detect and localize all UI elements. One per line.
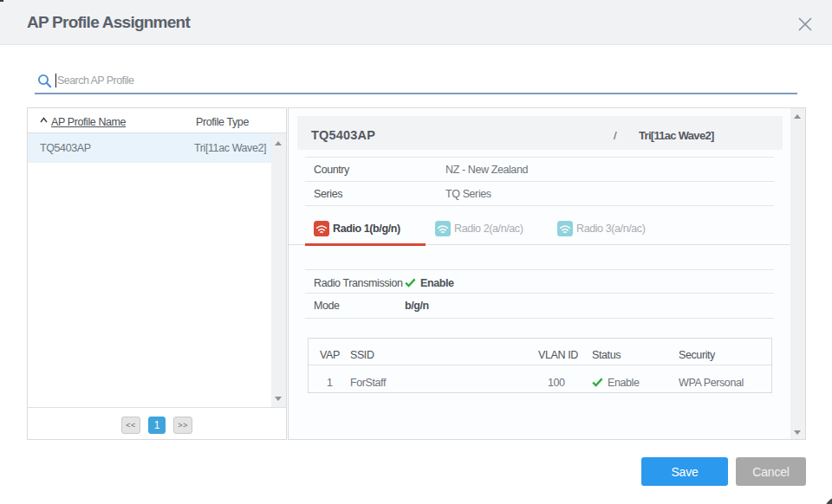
- wifi-icon-red: [314, 221, 329, 236]
- vap-cell: 1: [327, 365, 333, 401]
- detail-title-bar: TQ5403AP / Tri[11ac Wave2]: [297, 116, 783, 150]
- country-value: NZ - New Zealand: [445, 164, 528, 176]
- profile-type-cell: Tri[11ac Wave2]: [194, 133, 266, 163]
- profile-list: TQ5403AP Tri[11ac Wave2]: [28, 133, 271, 407]
- profile-list-panel: AP Profile Name Profile Type TQ5403AP Tr…: [27, 107, 287, 440]
- pagination: << 1 >>: [28, 407, 286, 439]
- profile-row-selected[interactable]: TQ5403AP Tri[11ac Wave2]: [28, 133, 271, 163]
- detail-separator: /: [614, 116, 616, 155]
- tab-radio-3-label: Radio 3(a/n/ac): [576, 221, 645, 237]
- pagination-prev-button[interactable]: <<: [121, 417, 140, 434]
- security-cell: WPA Personal: [679, 365, 744, 401]
- column-profile-type[interactable]: Profile Type: [196, 110, 249, 134]
- mode-value: b/g/n: [405, 300, 429, 312]
- pagination-page-1-button[interactable]: 1: [148, 417, 166, 434]
- screen-corner-artifact: [0, 0, 3, 2]
- profile-list-header: AP Profile Name Profile Type: [28, 108, 286, 133]
- search-icon: [37, 74, 52, 88]
- profile-detail-panel: TQ5403AP / Tri[11ac Wave2] Country NZ - …: [288, 107, 806, 440]
- check-icon: [405, 278, 416, 288]
- text-caret: [55, 74, 57, 87]
- profile-list-scrollbar[interactable]: [271, 133, 286, 407]
- column-ap-profile-name[interactable]: AP Profile Name: [51, 110, 126, 134]
- close-icon: [794, 13, 816, 36]
- divider: [305, 318, 774, 319]
- active-tab-underline: [305, 243, 426, 246]
- search-bar: [35, 70, 797, 94]
- scroll-up-icon[interactable]: [794, 114, 801, 119]
- radio-transmission-label: Radio Transmission: [314, 277, 403, 289]
- check-icon: [592, 378, 603, 387]
- save-button[interactable]: Save: [641, 457, 728, 486]
- mode-label: Mode: [314, 300, 340, 312]
- radio-transmission-value: Enable: [405, 277, 454, 289]
- divider: [305, 181, 774, 182]
- sort-ascending-icon[interactable]: [40, 117, 48, 123]
- scroll-down-icon[interactable]: [275, 397, 282, 401]
- detail-scrollbar[interactable]: [790, 108, 805, 439]
- detail-profile-type: Tri[11ac Wave2]: [639, 116, 714, 155]
- wifi-icon-teal: [435, 221, 451, 236]
- dialog-title: AP Profile Assignment: [27, 0, 190, 44]
- dialog-header: AP Profile Assignment: [0, 0, 832, 45]
- tab-radio-1-label: Radio 1(b/g/n): [333, 221, 400, 237]
- divider: [305, 157, 774, 158]
- pagination-next-button[interactable]: >>: [173, 417, 192, 434]
- divider: [305, 269, 774, 270]
- cancel-button[interactable]: Cancel: [736, 457, 806, 486]
- close-button[interactable]: [794, 13, 816, 36]
- scroll-down-icon[interactable]: [794, 430, 801, 435]
- scroll-up-icon[interactable]: [275, 141, 282, 145]
- detail-profile-name: TQ5403AP: [311, 116, 375, 155]
- screen-corner-artifact: [826, 498, 832, 504]
- series-value: TQ Series: [445, 188, 491, 200]
- series-label: Series: [314, 188, 342, 200]
- profile-name-cell: TQ5403AP: [40, 133, 91, 163]
- status-cell: Enable: [592, 365, 640, 401]
- divider: [305, 293, 774, 294]
- wifi-icon-teal: [557, 221, 573, 236]
- search-input[interactable]: [57, 70, 785, 91]
- country-label: Country: [314, 164, 349, 176]
- vap-table: VAP SSID VLAN ID Status Security 1 ForSt…: [308, 338, 772, 393]
- ssid-cell: ForStaff: [350, 365, 386, 401]
- tab-radio-2-label: Radio 2(a/n/ac): [454, 221, 523, 237]
- divider: [305, 205, 774, 206]
- vlan-cell: 100: [548, 365, 565, 401]
